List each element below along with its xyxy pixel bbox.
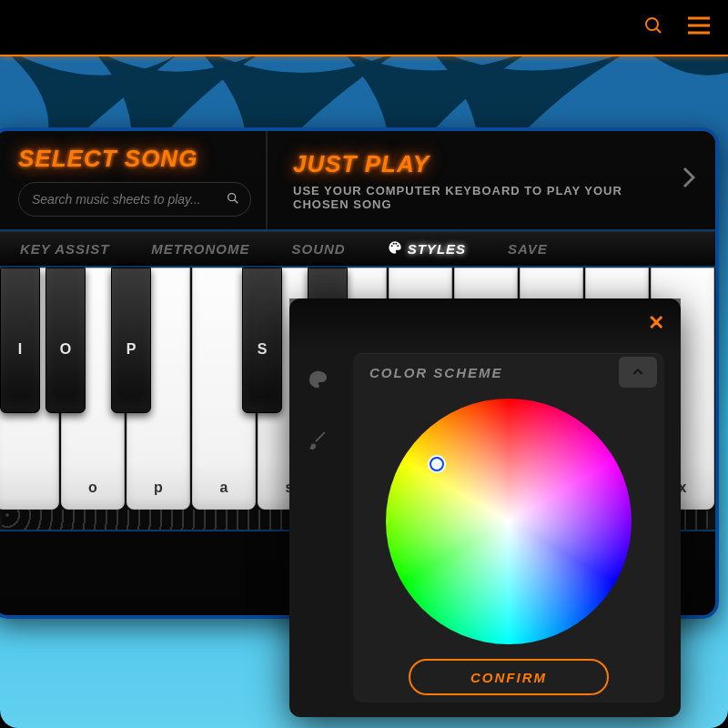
select-song-title: SELECT SONG — [18, 145, 251, 173]
just-play-subtitle: USE YOUR COMPUTER KEYBOARD TO PLAY YOUR … — [293, 184, 681, 211]
styles-popup: ✕ COLOR SCHEME CONFIRM — [289, 298, 681, 717]
menu-icon[interactable] — [686, 15, 712, 40]
confirm-button[interactable]: CONFIRM — [409, 659, 609, 695]
just-play-title: JUST PLAY — [293, 150, 681, 178]
svg-line-6 — [235, 199, 238, 203]
top-bar — [0, 0, 728, 55]
popup-fade — [289, 298, 681, 353]
white-key[interactable]: o — [61, 268, 125, 510]
palette-icon — [388, 240, 402, 258]
panel-header: SELECT SONG JUST PLAY USE YOUR COMPUTER … — [0, 131, 715, 231]
color-scheme-title: COLOR SCHEME — [369, 365, 619, 380]
tab-styles-label: STYLES — [408, 241, 466, 257]
color-picker-handle[interactable] — [430, 457, 444, 471]
theme-icon[interactable] — [308, 369, 328, 393]
just-play-text: JUST PLAY USE YOUR COMPUTER KEYBOARD TO … — [293, 150, 681, 211]
svg-point-0 — [646, 18, 658, 30]
collapse-button[interactable] — [619, 357, 657, 388]
svg-line-1 — [656, 28, 661, 33]
toolbar-tabs: KEY ASSIST METRONOME SOUND STYLES SAVE — [0, 231, 715, 268]
popup-side-icons — [308, 369, 328, 453]
color-scheme-card: COLOR SCHEME CONFIRM — [353, 353, 664, 703]
song-search-wrap — [18, 182, 251, 217]
chevron-right-icon[interactable] — [681, 165, 697, 197]
color-wheel[interactable] — [386, 399, 632, 644]
search-icon[interactable] — [642, 15, 664, 40]
tab-styles[interactable]: STYLES — [388, 240, 466, 258]
tab-save[interactable]: SAVE — [508, 241, 548, 257]
key-label: p — [127, 480, 189, 496]
color-scheme-header: COLOR SCHEME — [353, 353, 664, 391]
tab-metronome[interactable]: METRONOME — [151, 241, 249, 257]
divider-line — [0, 55, 728, 56]
brush-icon[interactable] — [308, 430, 328, 453]
white-key[interactable] — [0, 268, 59, 510]
song-search-input[interactable] — [18, 182, 251, 217]
tab-sound[interactable]: SOUND — [292, 241, 346, 257]
white-key[interactable]: p — [126, 268, 190, 510]
search-field-icon[interactable] — [226, 191, 240, 209]
select-song-section: SELECT SONG — [0, 131, 268, 229]
close-icon[interactable]: ✕ — [648, 311, 664, 335]
just-play-section[interactable]: JUST PLAY USE YOUR COMPUTER KEYBOARD TO … — [268, 131, 715, 229]
white-key[interactable]: a — [192, 268, 256, 510]
key-label: a — [193, 480, 255, 496]
app-root: SELECT SONG JUST PLAY USE YOUR COMPUTER … — [0, 0, 728, 728]
key-label: o — [62, 480, 124, 496]
tab-key-assist[interactable]: KEY ASSIST — [20, 241, 109, 257]
svg-point-5 — [228, 193, 236, 200]
